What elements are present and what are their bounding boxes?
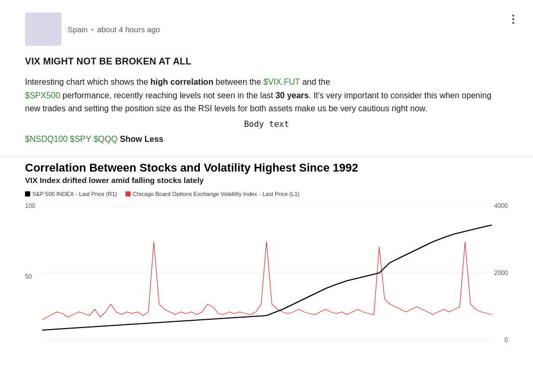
more-options-button[interactable] bbox=[510, 12, 516, 26]
body-bold-years: 30 years bbox=[275, 91, 309, 100]
post-title: VIX MIGHT NOT BE BROKEN AT ALL bbox=[25, 56, 508, 67]
body-text-mono: Body text bbox=[25, 117, 508, 131]
post-body: Interesting chart which shows the high c… bbox=[25, 75, 508, 130]
body-intro: Interesting chart which shows the bbox=[25, 77, 150, 86]
legend-label-black: S&P 500 INDEX - Last Price (R1) bbox=[32, 191, 117, 197]
y-right-top: 4000 bbox=[489, 202, 508, 210]
ticker-vix[interactable]: $VIX.FUT bbox=[263, 77, 300, 86]
dot1 bbox=[512, 15, 514, 17]
y-left-mid: 50 bbox=[25, 273, 42, 280]
body-mid2: and the bbox=[300, 77, 330, 86]
post-header: Spain ● about 4 hours ago bbox=[25, 12, 508, 46]
post-timestamp: about 4 hours ago bbox=[97, 25, 160, 34]
tags-line: $NSDQ100 $SPY $QQQ Show Less bbox=[25, 135, 508, 144]
tag-spy[interactable]: $SPY bbox=[70, 135, 91, 143]
chart-subtitle: VIX Index drifted lower amid falling sto… bbox=[25, 176, 508, 185]
avatar bbox=[25, 12, 61, 46]
y-right-mid: 2000 bbox=[489, 269, 508, 277]
y-right-bot: 0 bbox=[489, 336, 508, 344]
vix-line bbox=[42, 242, 492, 320]
chart-legend: S&P 500 INDEX - Last Price (R1) Chicago … bbox=[25, 191, 508, 197]
legend-item-red: Chicago Board Options Exchange Volatilit… bbox=[125, 191, 299, 197]
chart-svg bbox=[25, 200, 508, 346]
y-axis-left: 100 50 bbox=[25, 200, 42, 346]
y-axis-right: 4000 2000 0 bbox=[489, 200, 508, 346]
tag-qqq[interactable]: $QQQ bbox=[94, 135, 118, 143]
body-mid3: performance, recently reaching levels no… bbox=[60, 91, 276, 100]
body-bold-correlation: high correlation bbox=[150, 77, 213, 86]
chart-title: Correlation Between Stocks and Volatilit… bbox=[25, 161, 508, 175]
legend-item-black: S&P 500 INDEX - Last Price (R1) bbox=[25, 191, 117, 197]
legend-dot-black bbox=[25, 191, 30, 197]
show-less-button[interactable]: Show Less bbox=[120, 135, 163, 143]
user-meta: Spain ● about 4 hours ago bbox=[68, 25, 160, 34]
legend-dot-red bbox=[125, 191, 131, 197]
ticker-spx[interactable]: $SPX500 bbox=[25, 91, 60, 100]
tag-nsdq100[interactable]: $NSDQ100 bbox=[25, 135, 68, 143]
y-left-top: 100 bbox=[25, 202, 42, 210]
legend-label-red: Chicago Board Options Exchange Volatilit… bbox=[133, 191, 299, 197]
post-container: Spain ● about 4 hours ago VIX MIGHT NOT … bbox=[0, 0, 533, 346]
chart-container: Correlation Between Stocks and Volatilit… bbox=[0, 156, 533, 346]
dot3 bbox=[512, 22, 514, 24]
body-mid1: between the bbox=[213, 77, 263, 86]
user-location: Spain bbox=[68, 25, 87, 34]
user-location-time: Spain ● about 4 hours ago bbox=[68, 25, 160, 34]
spx-line bbox=[42, 225, 492, 330]
chart-area: 100 50 4000 2000 0 bbox=[25, 200, 508, 346]
dot2 bbox=[512, 18, 514, 20]
dot-separator: ● bbox=[91, 27, 94, 32]
